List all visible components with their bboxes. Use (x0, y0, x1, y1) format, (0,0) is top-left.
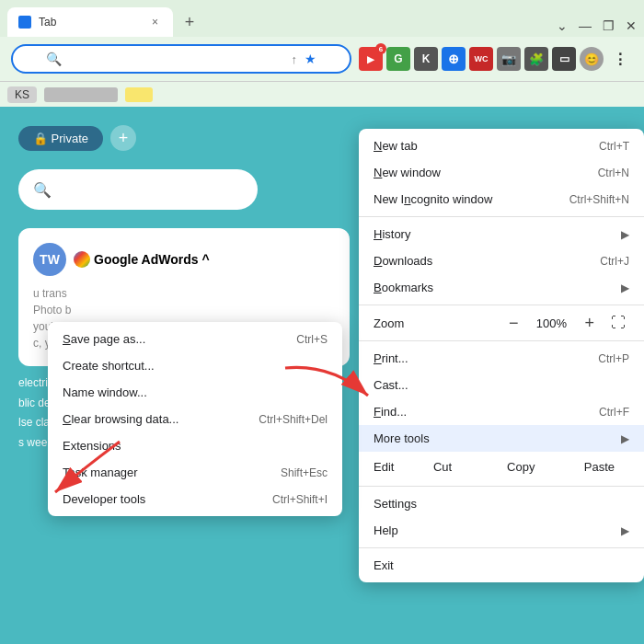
ext-icon-grammarly[interactable]: G (386, 47, 410, 71)
paste-button[interactable]: Paste (562, 455, 637, 478)
close-window-button[interactable]: ✕ (626, 18, 637, 33)
bookmark-blur-2 (125, 87, 153, 102)
tab-bar: Tab × + ⌄ — ❐ ✕ (0, 0, 644, 37)
text-line-2: Photo b (33, 302, 335, 318)
zoom-minus-button[interactable]: − (503, 314, 524, 333)
menu-item-more-tools[interactable]: More tools ▶ (359, 425, 644, 452)
ext-icon-wc[interactable]: WC (469, 47, 493, 71)
menu-shortcut-find: Ctrl+F (599, 406, 629, 419)
ext-icon-avatar[interactable]: 😊 (580, 47, 604, 71)
submenu-shortcut-clear-browsing: Ctrl+Shift+Del (259, 413, 328, 426)
menu-shortcut-new-tab: Ctrl+T (599, 140, 629, 153)
menu-shortcut-downloads: Ctrl+J (600, 255, 629, 268)
menu-item-incognito[interactable]: New Incognito window Ctrl+Shift+N (359, 186, 644, 213)
help-arrow-icon: ▶ (621, 524, 629, 537)
menu-item-new-tab[interactable]: New tab Ctrl+T (359, 132, 644, 159)
zoom-value: 100% (531, 316, 571, 330)
submenu-label-create-shortcut: Create shortcut... (63, 359, 155, 373)
zoom-row: Zoom − 100% + ⛶ (359, 309, 644, 337)
zoom-plus-button[interactable]: + (579, 314, 600, 333)
menu-item-settings[interactable]: Settings (359, 490, 644, 517)
zoom-label: Zoom (374, 316, 496, 330)
active-tab[interactable]: Tab × (7, 7, 173, 37)
menu-item-exit[interactable]: Exit (359, 552, 644, 579)
separator-3 (359, 340, 644, 341)
ext-icon-plus[interactable]: ⊕ (442, 47, 466, 71)
browser-menu-button[interactable]: ⋮ (607, 46, 633, 72)
separator-2 (359, 305, 644, 305)
menu-item-new-window[interactable]: New window Ctrl+N (359, 159, 644, 186)
menu-label-new-window: New window (374, 166, 441, 179)
widget-header: TW Google AdWords ^ (33, 243, 335, 276)
menu-label-downloads: Downloads (374, 254, 432, 268)
menu-item-help[interactable]: Help ▶ (359, 517, 644, 544)
ext-icon-rect[interactable]: ▭ (552, 47, 576, 71)
address-input[interactable]: 🔍 ↑ ★ (11, 44, 351, 74)
tab-close-button[interactable]: × (148, 14, 162, 30)
ext-icon-1[interactable]: ▶ 6 (359, 47, 383, 71)
submenu-label-clear-browsing: Clear browsing data... (63, 412, 178, 426)
menu-label-exit: Exit (374, 558, 394, 572)
menu-item-downloads[interactable]: Downloads Ctrl+J (359, 247, 644, 274)
menu-item-history[interactable]: History ▶ (359, 221, 644, 247)
bookmark-ks[interactable]: KS (7, 86, 37, 103)
extension-icons: ▶ 6 G K ⊕ WC 📷 🧩 ▭ 😊 ⋮ (359, 46, 633, 72)
menu-label-history: History (374, 227, 410, 241)
ext-icon-k[interactable]: K (414, 47, 438, 71)
new-tab-button[interactable]: + (177, 9, 202, 35)
ext-icon-puzzle[interactable]: 🧩 (524, 47, 548, 71)
red-arrow-more-tools (276, 359, 386, 414)
menu-item-find[interactable]: Find... Ctrl+F (359, 398, 644, 425)
submenu-shortcut-save-page: Ctrl+S (296, 333, 328, 346)
search-box-icon: 🔍 (33, 181, 52, 199)
ext-icon-camera[interactable]: 📷 (497, 47, 521, 71)
tab-favicon (18, 16, 31, 29)
private-button[interactable]: 🔒 Private (18, 126, 103, 151)
submenu-label-name-window: Name window... (63, 385, 147, 399)
menu-shortcut-new-window: Ctrl+N (598, 167, 629, 179)
maximize-button[interactable]: ❐ (603, 18, 615, 33)
search-icon: 🔍 (46, 52, 62, 66)
separator-4 (359, 486, 644, 487)
menu-label-more-tools: More tools (374, 431, 430, 445)
history-arrow-icon: ▶ (621, 228, 629, 241)
cut-button[interactable]: Cut (405, 455, 479, 478)
tw-avatar: TW (33, 243, 66, 276)
edit-label: Edit (366, 455, 401, 478)
address-bar: 🔍 ↑ ★ ▶ 6 G K ⊕ WC 📷 🧩 ▭ 😊 ⋮ (0, 37, 644, 81)
share-icon[interactable]: ↑ (292, 52, 298, 66)
menu-item-print[interactable]: Print... Ctrl+P (359, 345, 644, 372)
main-context-menu: New tab Ctrl+T New window Ctrl+N New Inc… (359, 129, 644, 582)
menu-item-bookmarks[interactable]: Bookmarks ▶ (359, 274, 644, 301)
chevron-up-icon[interactable]: ^ (202, 252, 210, 267)
zoom-fullscreen-button[interactable]: ⛶ (607, 313, 629, 333)
edit-row: Edit Cut Copy Paste (359, 452, 644, 482)
copy-button[interactable]: Copy (484, 455, 558, 478)
widget-title: Google AdWords ^ (74, 251, 210, 268)
submenu-label-save-page: Save page as... (63, 332, 145, 346)
menu-label-new-tab: New tab (374, 139, 418, 153)
minimize-button[interactable]: — (579, 18, 592, 33)
submenu-shortcut-task-manager: Shift+Esc (281, 466, 328, 479)
bookmarks-arrow-icon: ▶ (621, 282, 629, 294)
menu-shortcut-incognito: Ctrl+Shift+N (569, 193, 629, 206)
bookmark-blur-1 (44, 87, 118, 102)
more-tools-arrow-icon: ▶ (621, 432, 629, 445)
tab-controls: ⌄ — ❐ ✕ (557, 18, 637, 37)
submenu-item-save-page[interactable]: Save page as... Ctrl+S (48, 326, 342, 352)
submenu-shortcut-developer-tools: Ctrl+Shift+I (272, 493, 328, 506)
add-tab-button[interactable]: + (110, 125, 136, 151)
bookmarks-bar: KS (0, 81, 644, 107)
menu-item-cast[interactable]: Cast... (359, 372, 644, 398)
menu-label-help: Help (374, 523, 398, 537)
text-line-1: u trans (33, 285, 335, 302)
menu-label-bookmarks: Bookmarks (374, 281, 433, 294)
bookmark-icon[interactable]: ★ (305, 52, 316, 66)
search-box[interactable]: 🔍 (18, 169, 258, 210)
menu-label-settings: Settings (374, 497, 417, 511)
chevron-down-icon[interactable]: ⌄ (557, 18, 568, 33)
menu-shortcut-print: Ctrl+P (598, 352, 629, 365)
red-arrow-clear-browsing (37, 432, 129, 506)
separator-1 (359, 216, 644, 217)
separator-5 (359, 547, 644, 548)
